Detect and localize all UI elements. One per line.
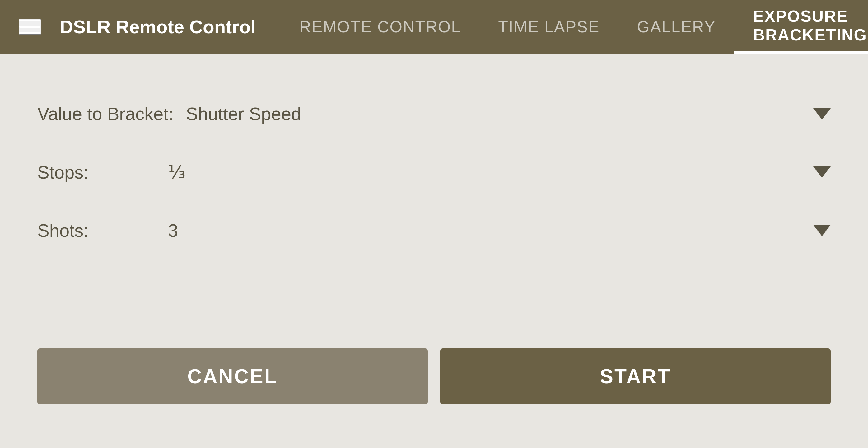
- navbar: DSLR Remote Control REMOTE CONTROL TIME …: [0, 0, 868, 54]
- stops-row: Stops: ⅓: [37, 143, 831, 201]
- value-to-bracket-dropdown-arrow: [813, 108, 831, 120]
- hamburger-menu-button[interactable]: [19, 19, 41, 35]
- main-content: Value to Bracket: Shutter Speed Stops: ⅓…: [0, 54, 868, 448]
- buttons-area: CANCEL START: [37, 348, 831, 417]
- value-to-bracket-dropdown[interactable]: Value to Bracket: Shutter Speed: [37, 103, 831, 124]
- value-to-bracket-row: Value to Bracket: Shutter Speed: [37, 85, 831, 143]
- start-button[interactable]: START: [440, 348, 831, 405]
- shots-label: Shots:: [37, 220, 156, 241]
- hamburger-line-3: [19, 32, 40, 34]
- nav-item-time-lapse[interactable]: TIME LAPSE: [479, 0, 618, 54]
- value-to-bracket-value: Shutter Speed: [173, 103, 813, 124]
- hamburger-line-1: [19, 20, 40, 22]
- nav-links: REMOTE CONTROL TIME LAPSE GALLERY EXPOSU…: [281, 0, 868, 54]
- nav-item-gallery[interactable]: GALLERY: [618, 0, 734, 54]
- nav-item-exposure-bracketing[interactable]: EXPOSUREBRACKETING: [734, 0, 868, 54]
- stops-dropdown-arrow: [813, 166, 831, 178]
- nav-item-remote-control[interactable]: REMOTE CONTROL: [281, 0, 479, 54]
- stops-label: Stops:: [37, 162, 156, 183]
- cancel-button[interactable]: CANCEL: [37, 348, 428, 405]
- stops-value: ⅓: [156, 161, 813, 183]
- app-title: DSLR Remote Control: [60, 16, 256, 38]
- stops-dropdown[interactable]: Stops: ⅓: [37, 161, 831, 183]
- hamburger-line-2: [19, 26, 40, 28]
- fields-area: Value to Bracket: Shutter Speed Stops: ⅓…: [37, 85, 831, 348]
- value-to-bracket-label: Value to Bracket:: [37, 103, 173, 124]
- shots-dropdown-arrow: [813, 225, 831, 236]
- shots-dropdown[interactable]: Shots: 3: [37, 220, 831, 241]
- shots-value: 3: [156, 220, 813, 241]
- shots-row: Shots: 3: [37, 201, 831, 259]
